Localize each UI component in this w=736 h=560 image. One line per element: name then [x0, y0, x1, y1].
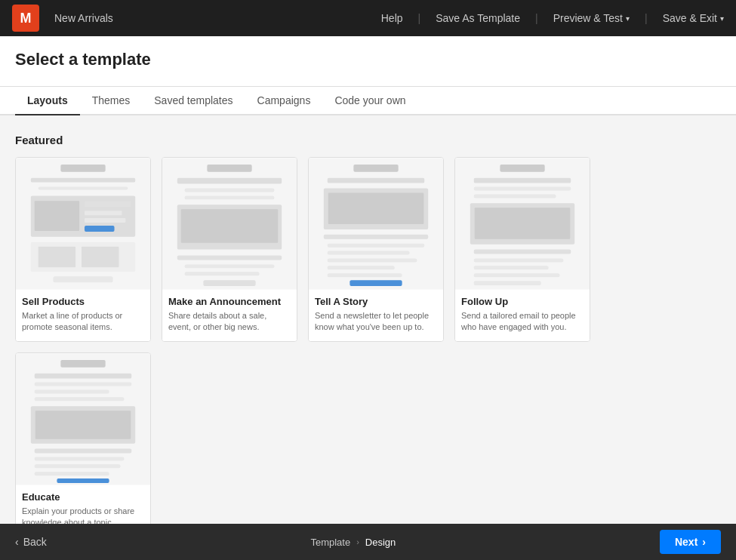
page-header: Select a template: [0, 36, 736, 87]
svg-rect-5: [35, 201, 79, 231]
svg-rect-7: [85, 211, 122, 215]
main-content: Featured: [0, 115, 736, 525]
tell-story-thumbnail: [309, 158, 443, 290]
tell-story-desc: Send a newsletter to let people know wha…: [315, 310, 437, 334]
save-exit-chevron-icon: ▾: [720, 14, 724, 23]
follow-up-desc: Send a tailored email to people who have…: [461, 310, 584, 334]
featured-section: Featured: [15, 134, 721, 525]
sell-products-desc: Market a line of products or promote sea…: [22, 310, 144, 334]
svg-rect-21: [177, 256, 282, 260]
template-card-follow-up[interactable]: Follow Up Send a tailored email to peopl…: [454, 157, 590, 342]
tell-story-name: Tell A Story: [315, 296, 437, 307]
svg-rect-9: [85, 226, 115, 232]
bottom-bar: ‹ Back Template › Design Next ›: [0, 524, 736, 525]
svg-rect-33: [328, 258, 417, 262]
sell-products-thumbnail: [16, 158, 150, 290]
template-card-announcement[interactable]: Make an Announcement Share details about…: [162, 157, 297, 342]
announcement-desc: Share details about a sale, event, or ot…: [168, 310, 291, 334]
brand-logo: M: [12, 5, 39, 32]
tab-layouts[interactable]: Layouts: [15, 87, 80, 115]
svg-rect-48: [474, 281, 541, 285]
tabs-bar: Layouts Themes Saved templates Campaigns…: [0, 87, 736, 115]
svg-rect-39: [474, 178, 571, 183]
svg-rect-12: [82, 247, 119, 268]
svg-rect-30: [324, 235, 428, 239]
tab-campaigns[interactable]: Campaigns: [245, 87, 323, 115]
save-as-template-button[interactable]: Save As Template: [436, 12, 520, 24]
svg-rect-29: [328, 192, 424, 224]
template-card-tell-story[interactable]: Tell A Story Send a newsletter to let pe…: [308, 157, 444, 342]
svg-rect-44: [474, 250, 571, 254]
svg-rect-22: [185, 264, 275, 268]
follow-up-name: Follow Up: [461, 296, 584, 307]
tab-themes[interactable]: Themes: [80, 87, 143, 115]
svg-rect-24: [203, 280, 255, 286]
svg-rect-34: [328, 266, 395, 269]
tab-code-your-own[interactable]: Code your own: [322, 87, 417, 115]
svg-rect-1: [60, 165, 105, 172]
svg-rect-31: [328, 244, 425, 248]
svg-rect-43: [475, 208, 571, 239]
svg-rect-54: [35, 397, 125, 401]
svg-rect-27: [328, 178, 425, 183]
svg-rect-35: [328, 273, 402, 277]
top-nav: M New Arrivals Help | Save As Template |…: [0, 0, 736, 36]
svg-rect-23: [185, 272, 260, 275]
svg-rect-32: [328, 251, 410, 255]
svg-rect-8: [85, 218, 125, 223]
svg-rect-15: [207, 165, 251, 172]
svg-rect-51: [35, 373, 132, 378]
svg-rect-53: [35, 389, 109, 393]
svg-rect-16: [177, 178, 282, 184]
svg-rect-11: [38, 247, 75, 268]
svg-rect-47: [474, 273, 560, 277]
svg-rect-17: [185, 189, 275, 192]
template-card-sell-products[interactable]: Sell Products Market a line of products …: [15, 157, 151, 342]
educate-name: Educate: [22, 491, 144, 503]
svg-rect-26: [353, 165, 398, 172]
svg-rect-58: [35, 457, 125, 460]
svg-rect-52: [35, 382, 132, 386]
svg-rect-41: [474, 194, 556, 198]
svg-rect-46: [474, 266, 549, 269]
svg-rect-59: [35, 464, 121, 468]
svg-rect-57: [35, 448, 132, 453]
educate-thumbnail: [16, 353, 150, 485]
svg-rect-20: [181, 209, 279, 243]
page-title: Select a template: [15, 50, 721, 69]
template-card-educate[interactable]: Educate Explain your products or share k…: [15, 352, 151, 525]
preview-test-chevron-icon: ▾: [626, 14, 630, 23]
sell-products-name: Sell Products: [22, 296, 144, 307]
svg-rect-50: [60, 360, 105, 368]
svg-rect-60: [35, 472, 109, 475]
educate-desc: Explain your products or share knowledge…: [22, 506, 144, 525]
help-link[interactable]: Help: [381, 12, 403, 24]
svg-rect-18: [185, 195, 275, 199]
svg-rect-6: [85, 201, 131, 207]
app-name: New Arrivals: [54, 12, 113, 24]
svg-rect-13: [53, 276, 112, 282]
follow-up-thumbnail: [455, 158, 590, 290]
svg-rect-36: [350, 280, 402, 286]
save-exit-button[interactable]: Save & Exit ▾: [663, 12, 724, 24]
announcement-name: Make an Announcement: [168, 296, 291, 307]
svg-rect-38: [500, 165, 544, 172]
svg-rect-45: [474, 258, 564, 262]
svg-rect-3: [38, 187, 128, 190]
svg-rect-56: [35, 411, 131, 439]
svg-rect-40: [474, 187, 571, 191]
preview-test-button[interactable]: Preview & Test ▾: [553, 12, 630, 24]
announcement-thumbnail: [162, 158, 297, 290]
svg-rect-61: [57, 478, 109, 483]
svg-rect-2: [31, 178, 135, 183]
featured-label: Featured: [15, 134, 721, 146]
featured-grid: Sell Products Market a line of products …: [15, 157, 721, 525]
tab-saved-templates[interactable]: Saved templates: [142, 87, 245, 115]
